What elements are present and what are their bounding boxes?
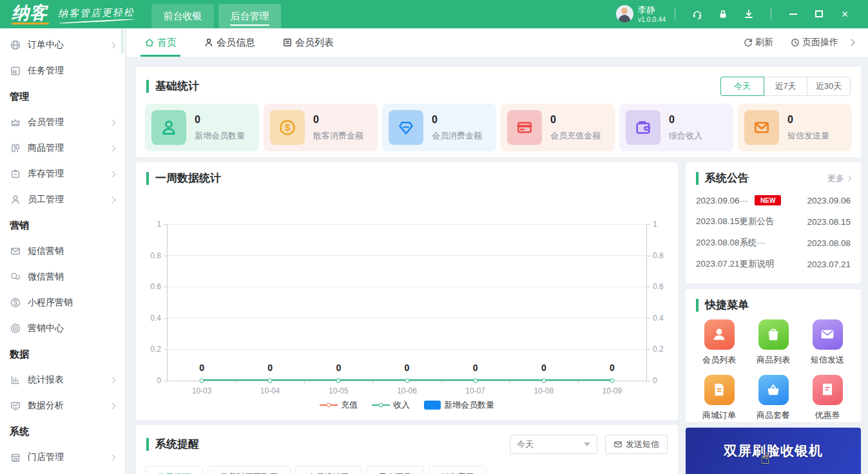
quick-goods-list[interactable]: 商品列表 bbox=[757, 319, 790, 366]
legend-recharge[interactable]: 充值 bbox=[320, 399, 358, 411]
page-ops-icon bbox=[790, 37, 800, 48]
y-tick-label: 1 bbox=[653, 220, 657, 229]
data-point-label: 0 bbox=[267, 363, 273, 373]
page-ops-button[interactable]: 页面操作 bbox=[790, 37, 838, 48]
ad-banner[interactable]: 双屏刷脸收银机 ✦ bbox=[686, 428, 861, 474]
legend-line-marker bbox=[320, 404, 338, 406]
sidebar-item-task-manage[interactable]: 任务管理 bbox=[0, 58, 125, 84]
quick-menu-grid: 会员列表 商品列表 bbox=[686, 317, 861, 421]
crown-icon bbox=[10, 117, 21, 128]
filter-today-button[interactable]: 今天 bbox=[720, 77, 764, 96]
tab-home[interactable]: 首页 bbox=[144, 28, 177, 57]
x-tick-label: 10-05 bbox=[329, 386, 349, 395]
announcement-row[interactable]: 2023.09.06··· NEW 2023.09.06 bbox=[696, 190, 851, 211]
sidebar-item-wechat-marketing[interactable]: 微信营销 bbox=[0, 264, 125, 290]
stat-label: 短信发送量 bbox=[787, 130, 829, 142]
close-button[interactable]: × bbox=[840, 9, 850, 19]
sidebar-item-inventory-manage[interactable]: 库存管理 bbox=[0, 161, 125, 187]
quick-sms-send[interactable]: 短信发送 bbox=[811, 319, 844, 366]
tab-label: 首页 bbox=[157, 37, 177, 49]
divider bbox=[675, 8, 675, 20]
chevron-right-icon[interactable] bbox=[847, 39, 854, 46]
tab-member-info[interactable]: 会员信息 bbox=[204, 28, 255, 57]
weekly-stats-card: 一周数据统计 000.20.20.40.40.60.60.80.81110-03… bbox=[136, 162, 678, 420]
legend-new-members[interactable]: 新增会员数量 bbox=[424, 399, 494, 411]
customer-service-icon[interactable] bbox=[691, 8, 703, 20]
x-tick-label: 10-04 bbox=[260, 386, 280, 395]
gridline bbox=[168, 255, 646, 256]
quick-goods-combo[interactable]: 商品套餐 bbox=[757, 375, 790, 421]
announcement-text: 2023.09.06··· bbox=[696, 196, 748, 205]
data-point-marker bbox=[336, 379, 341, 383]
minimize-button[interactable] bbox=[788, 9, 798, 19]
announcement-row[interactable]: 2023.08.15更新公告 2023.08.15 bbox=[696, 211, 851, 232]
content-area: 基础统计 今天 近7天 近30天 0 新增会员数量 bbox=[126, 58, 868, 474]
data-point-label: 0 bbox=[541, 363, 546, 373]
sidebar-item-label: 商品管理 bbox=[28, 142, 64, 154]
tab-member-list[interactable]: 会员列表 bbox=[282, 28, 334, 57]
x-axis-tick bbox=[372, 381, 373, 384]
filter-7days-button[interactable]: 近7天 bbox=[764, 77, 807, 96]
reminder-tab-sold-out[interactable]: 销售完了 bbox=[429, 466, 487, 474]
announcement-row[interactable]: 2023.07.21更新说明 2023.07.21 bbox=[696, 254, 851, 275]
sidebar-item-member-manage[interactable]: 会员管理 bbox=[0, 109, 125, 135]
y-tick-label: 0 bbox=[653, 376, 657, 385]
data-point-marker bbox=[405, 379, 409, 383]
banner-text: 双屏刷脸收银机 bbox=[686, 442, 861, 460]
reminder-tab-maintenance-due[interactable]: 保养时间要到了 bbox=[207, 466, 291, 474]
reminder-tab-birthday[interactable]: 生日提醒 bbox=[145, 466, 203, 474]
reminder-tab-member-balance[interactable]: 会员没钱了 bbox=[295, 466, 362, 474]
sidebar-item-miniapp-marketing[interactable]: 小程序营销 bbox=[0, 290, 125, 316]
sidebar-item-label: 统计报表 bbox=[28, 374, 64, 386]
mail-icon bbox=[10, 245, 21, 257]
main-area: 首页 会员信息 会员列表 刷新 页面操作 bbox=[126, 28, 868, 474]
quick-label: 会员列表 bbox=[702, 354, 736, 366]
sidebar-item-data-analysis[interactable]: 数据分析 bbox=[0, 393, 125, 419]
user-name: 李静 bbox=[638, 5, 666, 15]
app-window: 纳客 纳客管店更轻松 前台收银 后台管理 李静 v1.0.0.44 bbox=[0, 0, 868, 474]
sidebar-item-store-manage[interactable]: 门店管理 bbox=[0, 444, 125, 470]
gridline bbox=[168, 349, 646, 350]
sidebar-item-label: 微信营销 bbox=[28, 271, 64, 283]
quick-member-list[interactable]: 会员列表 bbox=[702, 319, 736, 366]
front-cashier-button[interactable]: 前台收银 bbox=[151, 4, 214, 28]
miniapp-icon bbox=[10, 297, 21, 308]
stat-label: 综合收入 bbox=[669, 130, 702, 142]
stat-card-new-members: 0 新增会员数量 bbox=[145, 104, 259, 151]
sidebar-section-marketing: 营销 bbox=[0, 213, 125, 238]
envelope-icon bbox=[613, 440, 622, 449]
reminder-date-select[interactable]: 今天 bbox=[510, 435, 597, 454]
download-icon[interactable] bbox=[743, 8, 755, 20]
refresh-button[interactable]: 刷新 bbox=[743, 37, 773, 48]
quick-mall-orders[interactable]: 商城订单 bbox=[702, 375, 736, 421]
maximize-button[interactable] bbox=[814, 9, 824, 19]
wechat-icon bbox=[10, 271, 21, 283]
backend-manage-button[interactable]: 后台管理 bbox=[218, 4, 281, 28]
chart-legend: 充值 收入 新增会员数量 bbox=[136, 399, 678, 411]
reminder-tab-low-stock[interactable]: 库存不足 bbox=[366, 466, 424, 474]
data-point-label: 0 bbox=[473, 363, 478, 373]
send-sms-button[interactable]: 发送短信 bbox=[605, 435, 668, 454]
tab-actions: 刷新 页面操作 bbox=[726, 37, 854, 48]
avatar[interactable] bbox=[616, 5, 633, 23]
announcements-more-link[interactable]: 更多 bbox=[827, 173, 851, 184]
data-point-label: 0 bbox=[336, 363, 341, 373]
sidebar-item-statistics-report[interactable]: 统计报表 bbox=[0, 367, 125, 393]
x-tick-label: 10-09 bbox=[603, 386, 622, 395]
stat-value: 0 bbox=[313, 114, 363, 126]
top-bar: 纳客 纳客管店更轻松 前台收银 后台管理 李静 v1.0.0.44 bbox=[0, 0, 868, 28]
quick-coupons[interactable]: 优惠券 bbox=[813, 375, 843, 421]
y-tick-label: 0.6 bbox=[150, 282, 161, 291]
more-label: 更多 bbox=[827, 173, 844, 184]
sidebar-item-marketing-center[interactable]: 营销中心 bbox=[0, 316, 125, 341]
brand-tagline: 纳客管店更轻松 bbox=[58, 6, 135, 22]
sidebar-item-goods-manage[interactable]: 商品管理 bbox=[0, 135, 125, 161]
filter-30days-button[interactable]: 近30天 bbox=[807, 77, 851, 96]
sidebar-item-order-center[interactable]: 订单中心 bbox=[0, 32, 125, 58]
announcement-row[interactable]: 2023.08.08系统··· 2023.08.08 bbox=[696, 232, 851, 254]
lock-icon[interactable] bbox=[717, 8, 729, 20]
send-sms-label: 发送短信 bbox=[626, 439, 659, 450]
legend-income[interactable]: 收入 bbox=[372, 399, 410, 411]
sidebar-item-sms-marketing[interactable]: 短信营销 bbox=[0, 238, 125, 264]
sidebar-item-staff-manage[interactable]: 员工管理 bbox=[0, 187, 125, 213]
